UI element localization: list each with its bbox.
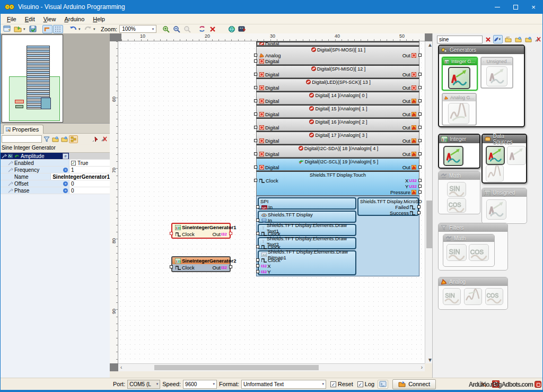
pin-connector[interactable] [254,165,257,169]
property-value[interactable]: 0 [71,181,74,187]
sine-generator1-block[interactable]: 123 SineIntegerGenerator1 Clock OutI32 [171,223,231,239]
property-row-offset[interactable]: Offset + 0 [1,180,110,187]
tft-touch-block[interactable]: Shields.TFT Display.Touch Clock XU32 YU3… [256,171,419,196]
property-row-name[interactable]: Name SineIntegerGenerator1 [1,173,110,180]
pin-connector[interactable] [254,126,257,129]
spi-block[interactable]: SPI SPI In [258,197,356,210]
new-project-icon[interactable] [2,25,12,33]
clear-search-icon[interactable] [483,35,493,43]
microsd-block[interactable]: Shields.TFT Display.MicroSD Failed Succe… [357,197,419,216]
filter-math-tile[interactable]: SIN [446,244,467,261]
pin-connector[interactable] [418,185,422,188]
scroll-right-icon[interactable]: › [421,364,423,371]
draw-text2-block[interactable]: TShields.TFT Display.Elements.Draw Text2… [258,237,356,249]
math-tile[interactable]: SIN [447,182,466,197]
pin-connector[interactable] [256,264,259,267]
pin-connector[interactable] [418,99,422,102]
pin-connector[interactable] [254,86,257,89]
pin-connector[interactable] [254,139,257,142]
property-value[interactable]: 0 [71,188,74,194]
analog-generator-tile[interactable] [448,103,469,124]
categorized-view-icon[interactable] [69,135,78,143]
component-search-input[interactable] [437,36,483,43]
zoom-in-icon[interactable] [161,25,171,33]
redo-dropdown-icon[interactable]: ▾ [93,27,98,31]
pin-connector[interactable] [418,112,422,116]
pin-connector[interactable] [254,99,257,102]
pin-connector[interactable] [256,258,259,262]
data-source-tile[interactable] [486,165,504,182]
board-pin-block-12[interactable]: Digital(SPI-MISO)[ 12 ] Digital Out [256,65,419,78]
pin-connector[interactable] [254,54,257,57]
frequency-expand-button[interactable]: + [63,168,68,172]
component-integer-generator[interactable]: 123Integer G... [442,57,478,91]
pin-connector[interactable] [256,232,259,235]
maximize-button[interactable] [506,0,524,14]
pin-connector[interactable] [417,211,421,214]
analog-tile[interactable]: COS [485,288,503,305]
reset-checkbox[interactable]: ✓Reset [330,381,353,387]
category-analog[interactable]: Analog SIN COS [438,277,508,310]
pin-connector[interactable] [254,73,257,76]
pin-connector[interactable] [254,179,257,182]
refresh-icon[interactable] [197,25,207,33]
board-pin-block-13[interactable]: Digital(LED)(SPI-SCK)[ 13 ] Digital Out [256,78,419,91]
design-overview-minimap[interactable] [2,34,63,123]
menu-edit[interactable]: Edit [21,15,39,23]
log-checkbox[interactable]: ✓Log [357,381,374,387]
undo-icon[interactable] [68,25,78,33]
component-unsigned-generator[interactable]: 123Unsigned... [480,57,513,89]
board-pin-block-17[interactable]: Digital[ 17 ]/AnalogIn[ 3 ] Digital Out [256,131,419,144]
analog-tile[interactable]: SIN [443,288,461,305]
pin-connector[interactable] [418,86,422,89]
route-style-toggle-icon[interactable] [42,25,52,33]
pin-connector[interactable] [418,190,422,194]
pin-connector[interactable] [254,112,257,116]
menu-arduino[interactable]: Arduino [60,15,89,23]
category-math[interactable]: Math SIN COS [438,171,480,214]
collapse-all-categories-icon[interactable] [523,35,533,43]
pin-connector[interactable] [418,179,422,182]
expand-all-categories-icon[interactable] [513,35,523,43]
property-value[interactable]: SineIntegerGenerator1 [52,174,110,180]
open-dropdown-icon[interactable]: ▾ [23,27,28,31]
upload-to-board-icon[interactable] [237,25,247,33]
pin-connector[interactable] [229,232,232,235]
category-filters[interactable]: Filters Math SIN COS [438,223,508,271]
pin-connector[interactable] [170,232,173,235]
sine-generator2-block[interactable]: 123 SineIntegerGenerator2 Clock OutI32 [171,256,231,272]
pin-connector[interactable] [256,219,259,222]
pin-connector[interactable] [256,270,259,273]
properties-settings-icon[interactable] [100,135,109,143]
draw-text1-block[interactable]: TShields.TFT Display.Elements.Draw Text1… [258,224,356,236]
zoom-select[interactable]: 100% ▾ [119,25,156,33]
vertical-scroll-thumb[interactable] [426,201,432,248]
board-pin-block-15[interactable]: Digital[ 15 ]/AnalogIn[ 1 ] Digital Out [256,104,419,118]
board-pin-block-11[interactable]: Digital(SPI-MOSI)[ 11 ] Analog Out Digit… [256,46,419,65]
search-filter-icon[interactable]: ▾ [493,35,503,43]
pin-connector[interactable] [254,59,257,63]
menu-view[interactable]: View [39,15,60,23]
tab-properties[interactable]: Properties [3,125,43,134]
enabled-checkbox[interactable]: ✓ [71,161,76,165]
analog-tile[interactable] [464,288,482,305]
menu-help[interactable]: Help [89,15,109,23]
draw-bitmap1-block[interactable]: Shields.TFT Display.Elements.Draw Bitmap… [258,250,356,275]
expand-all-icon[interactable] [51,135,60,143]
pin-connector[interactable] [418,165,422,169]
subcategory-filters-math[interactable]: Math SIN COS [443,234,495,267]
speed-select[interactable]: 9600 ▾ [183,380,217,389]
pin-connector[interactable] [254,152,257,155]
design-canvas[interactable]: Digital Digital(SPI-MOSI)[ 11 ] Analog O… [118,41,425,363]
pin-connector[interactable] [418,73,422,76]
board-pin-block-14[interactable]: Digital[ 14 ]/AnalogIn[ 0 ] Digital Out [256,91,419,104]
open-project-icon[interactable] [13,25,23,33]
pin-connector[interactable] [256,245,259,248]
category-data-sources[interactable]: Data Sources [481,134,527,184]
unsigned-tile[interactable] [486,199,506,220]
minimize-button[interactable] [488,0,506,14]
redo-icon[interactable] [83,25,93,33]
offset-expand-button[interactable]: + [63,181,68,186]
pin-connector[interactable] [418,126,422,129]
unsigned-generator-tile[interactable] [486,66,507,86]
